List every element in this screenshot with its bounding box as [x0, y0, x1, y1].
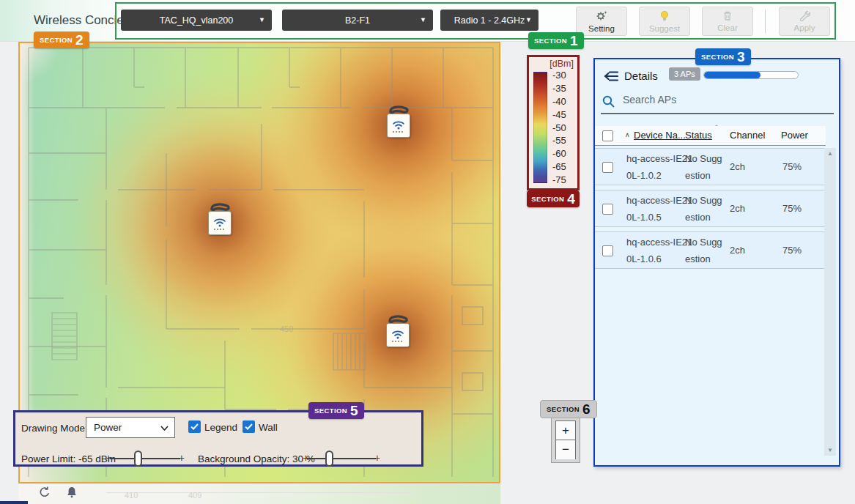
device-name: 0L-1.0.2 — [626, 170, 662, 181]
legend-tick: -55 — [552, 135, 566, 146]
legend-tick: -40 — [552, 96, 566, 107]
panel-title: Details — [624, 70, 658, 82]
column-header-power: Power — [781, 130, 808, 141]
radio-dropdown[interactable]: Radio 1 - 2.4GHz ▼ — [440, 10, 538, 31]
legend-tick: -45 — [552, 109, 566, 120]
section3-tag: SECTION 3 — [695, 48, 751, 65]
power-limit-label: Power Limit: -65 dBm — [21, 453, 116, 464]
map-zoom-control: + − — [551, 417, 580, 463]
legend-checkbox[interactable] — [188, 420, 201, 433]
device-status: No Sugg — [685, 237, 722, 248]
ap-marker[interactable] — [386, 104, 411, 138]
apply-button[interactable]: Apply — [779, 7, 830, 36]
floorplan-faint-line — [106, 492, 414, 493]
select-all-checkbox[interactable] — [602, 130, 613, 141]
ap-label-dots — [392, 341, 404, 342]
background-opacity-slider[interactable]: + + — [303, 450, 380, 467]
device-status: estion — [685, 253, 711, 264]
toolbar-divider — [765, 10, 766, 33]
check-icon — [190, 423, 199, 430]
device-channel: 2ch — [730, 245, 745, 256]
ap-label-dots — [393, 131, 404, 133]
chevron-down-icon — [160, 426, 169, 431]
device-status: estion — [685, 170, 711, 181]
ap-count-badge: 3 APs — [669, 67, 700, 81]
ap-marker[interactable] — [207, 201, 232, 236]
apply-button-label: Apply — [794, 23, 815, 32]
scroll-up-arrow[interactable]: ▲ — [824, 150, 836, 157]
wireless-concierge-screen: Wireless Concierge TAC_HQ_vlan200 ▼ B2-F… — [0, 0, 855, 504]
wifi-icon — [391, 329, 405, 340]
section1-tag: SECTION 1 — [528, 32, 584, 49]
wrench-icon — [799, 10, 810, 23]
power-limit-slider[interactable]: + + — [106, 450, 185, 467]
slider-track — [307, 458, 376, 459]
clear-button-label: Clear — [717, 23, 737, 32]
dbm-color-legend: [dBm] -30 -35 -40 -45 -50 -55 -60 -65 -7… — [527, 55, 580, 190]
search-underline — [601, 113, 834, 114]
network-dropdown[interactable]: TAC_HQ_vlan200 ▼ — [121, 10, 272, 31]
table-row[interactable]: hq-access-IE21 0L-1.0.5 No Sugg estion 2… — [595, 190, 826, 227]
room-number-label: 410 — [125, 491, 138, 500]
device-power: 75% — [782, 161, 802, 172]
top-toolbar: Wireless Concierge TAC_HQ_vlan200 ▼ B2-F… — [0, 0, 855, 42]
row-checkbox[interactable] — [602, 204, 613, 215]
scroll-down-arrow[interactable]: ▼ — [824, 447, 836, 453]
slider-thumb[interactable] — [325, 451, 333, 467]
suggest-button[interactable]: Suggest — [639, 7, 690, 36]
column-header-channel: Channel — [730, 130, 765, 141]
sort-ascending-icon: ∧ — [625, 131, 630, 138]
ap-marker[interactable] — [385, 314, 410, 348]
section2-tag: SECTION 2 — [34, 32, 89, 48]
zoom-out-button[interactable]: − — [556, 440, 575, 459]
column-header-device-name[interactable]: Device Na... — [634, 130, 686, 141]
wall-checkbox[interactable] — [243, 420, 255, 433]
section5-tag: SECTION 5 — [308, 402, 364, 419]
row-checkbox[interactable] — [602, 162, 613, 173]
progress-bar-fill — [704, 72, 760, 78]
drawing-mode-select[interactable]: Power — [86, 417, 175, 438]
drawing-mode-label: Drawing Mode: — [21, 423, 88, 434]
setting-button[interactable]: Setting — [576, 7, 627, 36]
slider-thumb[interactable] — [134, 451, 142, 467]
gear-icon — [596, 10, 608, 23]
network-dropdown-value: TAC_HQ_vlan200 — [160, 15, 234, 26]
row-checkbox[interactable] — [602, 245, 613, 256]
ap-label-dots — [214, 229, 226, 230]
slider-track — [110, 458, 180, 459]
ap-antenna-icon — [386, 104, 411, 114]
device-name: hq-access-IE21 — [626, 237, 692, 248]
setting-button-label: Setting — [588, 24, 615, 33]
section4-tag: SECTION 4 — [527, 190, 580, 207]
search-input[interactable] — [623, 94, 769, 105]
ap-details-panel: Details 3 APs ∧ Device Na... Status Chan… — [593, 58, 840, 467]
wall-checkbox-label: Wall — [259, 422, 278, 433]
device-name: 0L-1.0.6 — [626, 253, 662, 264]
zoom-in-button[interactable]: + — [556, 421, 575, 440]
bell-icon[interactable] — [66, 486, 81, 500]
device-channel: 2ch — [730, 161, 745, 172]
collapse-panel-icon[interactable] — [604, 69, 620, 86]
room-number-label: 450 — [280, 325, 293, 333]
legend-tick: -60 — [552, 148, 566, 159]
ap-antenna-icon — [385, 314, 410, 324]
device-name: 0L-1.0.5 — [626, 212, 662, 223]
room-number-label: 409 — [188, 491, 201, 500]
clear-button[interactable]: Clear — [702, 7, 753, 36]
table-scrollbar[interactable]: ▲ ▼ — [824, 148, 836, 456]
legend-tick: -35 — [552, 83, 566, 94]
lightbulb-icon — [659, 10, 670, 23]
refresh-icon[interactable] — [38, 486, 53, 500]
legend-tick-labels: -30 -35 -40 -45 -50 -55 -60 -65 -75 — [552, 70, 566, 185]
floor-dropdown[interactable]: B2-F1 ▼ — [282, 10, 433, 31]
map-bottom-strip: 410 409 — [18, 484, 500, 504]
check-icon — [245, 423, 253, 430]
radio-dropdown-value: Radio 1 - 2.4GHz — [454, 15, 525, 26]
column-header-status[interactable]: Status — [685, 130, 712, 141]
section6-tag: SECTION 6 — [540, 400, 597, 418]
progress-bar[interactable] — [703, 71, 799, 79]
table-row[interactable]: hq-access-IE21 0L-1.0.2 No Sugg estion 2… — [595, 148, 826, 185]
legend-tick: -75 — [552, 174, 566, 185]
device-status: No Sugg — [685, 195, 722, 206]
table-row[interactable]: hq-access-IE21 0L-1.0.6 No Sugg estion 2… — [595, 231, 826, 269]
